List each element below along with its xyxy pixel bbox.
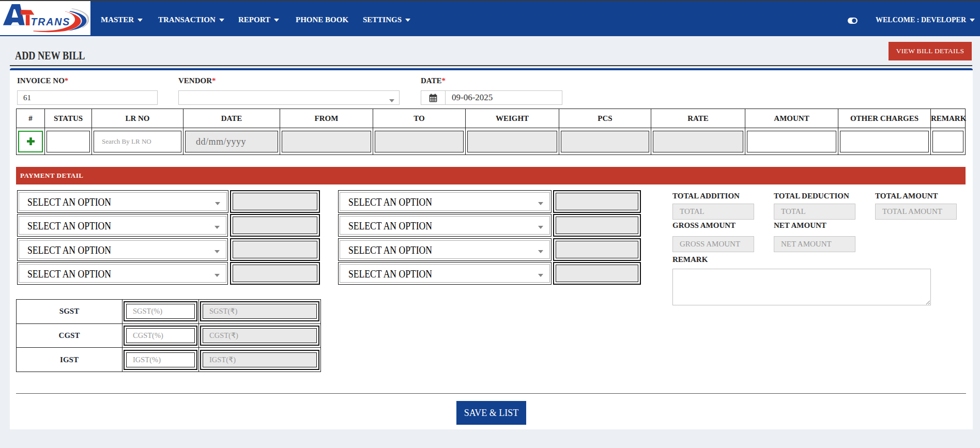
svg-text:TRANS: TRANS <box>31 16 71 27</box>
